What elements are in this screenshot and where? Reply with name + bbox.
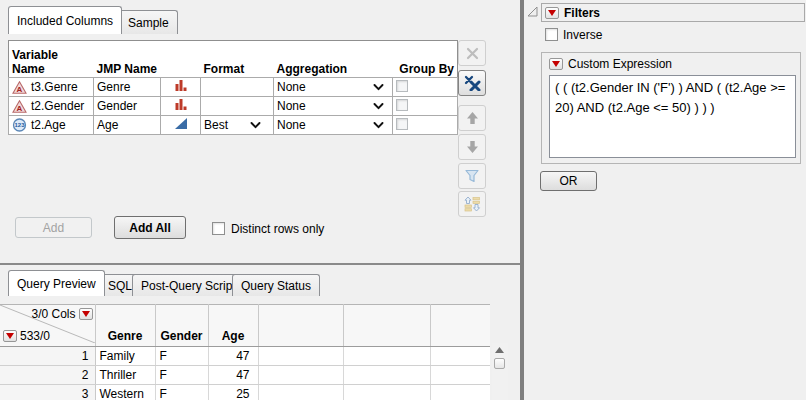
filter-button[interactable]: [458, 163, 486, 189]
distinct-rows-label: Distinct rows only: [231, 222, 324, 236]
tab-label: SQL: [108, 279, 132, 293]
aggregation-combo[interactable]: None: [274, 116, 393, 135]
character-icon: A: [12, 81, 27, 94]
cell-genre: Western: [95, 385, 155, 400]
custom-expression-input[interactable]: ( ( (t2.Gender IN ('F') ) AND ( (t2.Age …: [549, 75, 796, 158]
variable-name: t2.Age: [31, 118, 66, 132]
collapse-triangle-icon[interactable]: [527, 6, 538, 17]
col-header-variable-name: Variable Name: [9, 41, 94, 78]
aggregation-combo[interactable]: None: [274, 78, 393, 97]
columns-summary: 3/0 Cols: [31, 307, 75, 321]
tab-query-preview[interactable]: Query Preview: [8, 270, 105, 296]
panel-divider-horizontal[interactable]: [0, 263, 521, 265]
col-header-jmp-name: JMP Name: [94, 41, 161, 78]
column-row[interactable]: A t2.Gender Gender None: [9, 97, 458, 116]
table-row: 2 Thriller F 47: [0, 366, 490, 385]
tab-sample[interactable]: Sample: [119, 10, 178, 34]
chevron-down-icon: [373, 103, 384, 110]
filters-header: Filters: [541, 3, 805, 22]
aggregation-value: None: [277, 80, 306, 94]
scroll-up-icon[interactable]: [495, 347, 504, 353]
format-cell[interactable]: [201, 78, 274, 97]
add-button[interactable]: Add: [15, 217, 92, 238]
or-button-label: OR: [560, 174, 578, 188]
col-header-format: Format: [201, 41, 274, 78]
add-all-button[interactable]: Add All: [114, 216, 186, 239]
custom-expression-title: Custom Expression: [568, 57, 672, 71]
svg-text:123: 123: [14, 122, 25, 128]
tab-label: Sample: [128, 16, 169, 30]
filters-menu-button[interactable]: [545, 7, 559, 19]
rows-menu-button[interactable]: [3, 330, 17, 342]
chevron-down-icon: [373, 84, 384, 91]
group-by-checkbox[interactable]: [396, 80, 408, 92]
col-header-aggregation: Aggregation: [274, 41, 393, 78]
jmp-name: Gender: [94, 97, 161, 116]
table-row: 3 Western F 25: [0, 385, 490, 400]
column-row[interactable]: 123 t2.Age Age Best None: [9, 116, 458, 135]
distinct-rows-checkbox[interactable]: [212, 222, 225, 235]
col-header-modeling: [161, 41, 201, 78]
panel-divider-vertical[interactable]: [520, 0, 524, 400]
query-builder-window: Included Columns Sample Variable Name JM…: [0, 0, 806, 400]
tab-label: Query Preview: [17, 277, 96, 291]
format-combo[interactable]: Best: [201, 116, 274, 135]
preview-col-genre[interactable]: Genre: [95, 305, 155, 347]
delete-column-button[interactable]: [458, 40, 486, 66]
red-triangle-icon: [552, 61, 560, 67]
col-header-group-by: Group By: [393, 41, 458, 78]
row-number[interactable]: 2: [0, 366, 95, 385]
svg-text:A: A: [17, 84, 23, 93]
tab-label: Included Columns: [17, 14, 113, 28]
cell-age: 25: [208, 385, 258, 400]
or-button[interactable]: OR: [540, 171, 597, 191]
move-up-button[interactable]: [458, 105, 486, 131]
move-down-icon: [465, 140, 480, 154]
remove-all-columns-icon: [464, 75, 481, 91]
format-value: Best: [204, 118, 228, 132]
delete-x-icon: [465, 46, 480, 61]
columns-menu-button[interactable]: [79, 308, 93, 320]
filter-funnel-icon: [464, 169, 480, 183]
tab-label: Query Status: [241, 279, 311, 293]
tab-post-query-script[interactable]: Post-Query Script: [132, 274, 245, 296]
jmp-name: Age: [94, 116, 161, 135]
chevron-down-icon: [250, 122, 261, 129]
format-cell[interactable]: [201, 97, 274, 116]
group-by-checkbox[interactable]: [396, 99, 408, 111]
aggregation-value: None: [277, 118, 306, 132]
column-row[interactable]: A t3.Genre Genre None: [9, 78, 458, 97]
jmp-name: Genre: [94, 78, 161, 97]
character-icon: A: [12, 100, 27, 113]
preview-vertical-scrollbar[interactable]: [492, 343, 508, 400]
chevron-down-icon: [373, 122, 384, 129]
preview-col-empty: [343, 305, 430, 347]
inverse-checkbox[interactable]: [545, 28, 558, 41]
nominal-bars-icon: [174, 98, 188, 111]
tab-label: Post-Query Script: [141, 279, 236, 293]
variable-name: t2.Gender: [31, 99, 84, 113]
cell-genre: Family: [95, 347, 155, 366]
preview-col-gender[interactable]: Gender: [155, 305, 208, 347]
variable-name: t3.Genre: [31, 80, 78, 94]
add-all-button-label: Add All: [129, 221, 171, 235]
group-by-checkbox[interactable]: [396, 118, 408, 130]
cell-gender: F: [155, 366, 208, 385]
scrollbar-thumb[interactable]: [494, 358, 505, 369]
add-button-label: Add: [43, 221, 64, 235]
tab-query-status[interactable]: Query Status: [232, 274, 320, 296]
tab-included-columns[interactable]: Included Columns: [8, 6, 122, 34]
aggregation-combo[interactable]: None: [274, 97, 393, 116]
red-triangle-icon: [82, 311, 90, 317]
custom-expression-group: Custom Expression ( ( (t2.Gender IN ('F'…: [541, 52, 801, 164]
row-number[interactable]: 1: [0, 347, 95, 366]
custom-expression-menu-button[interactable]: [549, 58, 563, 70]
move-down-button[interactable]: [458, 134, 486, 160]
cell-gender: F: [155, 385, 208, 400]
remove-all-columns-button[interactable]: [458, 70, 486, 96]
preview-col-age[interactable]: Age: [208, 305, 258, 347]
red-triangle-icon: [548, 10, 556, 16]
included-columns-table: Variable Name JMP Name Format Aggregatio…: [8, 40, 458, 135]
sort-order-button[interactable]: [458, 191, 486, 217]
row-number[interactable]: 3: [0, 385, 95, 400]
